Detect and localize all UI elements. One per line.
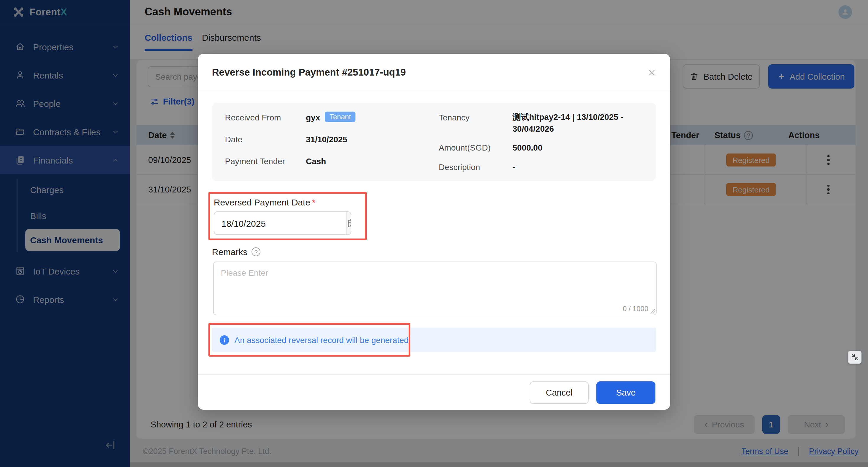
info-banner-text: An associated reversal record will be ge…: [235, 335, 411, 344]
summary-row-tenancy: Tenancy 测试hitpay2-14 | 13/10/2025 - 30/0…: [439, 111, 645, 135]
summary-row-received-from: Received From gyxTenant: [225, 111, 420, 124]
save-button[interactable]: Save: [596, 381, 655, 404]
reversed-payment-date-input[interactable]: [214, 212, 346, 235]
payment-summary-panel: Received From gyxTenant Date 31/10/2025 …: [212, 103, 656, 181]
payment-date-value: 31/10/2025: [306, 133, 347, 146]
received-from-value: gyxTenant: [306, 111, 355, 124]
field-label: Tenancy: [439, 111, 513, 124]
remarks-label: Remarks: [212, 247, 247, 257]
reversed-payment-date-label: Reversed Payment Date*: [214, 197, 316, 207]
tenant-tag: Tenant: [325, 112, 355, 122]
field-label: Description: [439, 161, 513, 174]
calendar-icon: [347, 218, 351, 228]
remarks-help-icon[interactable]: ?: [252, 247, 260, 256]
field-label: Amount(SGD): [439, 141, 513, 154]
remarks-textarea[interactable]: [214, 262, 656, 315]
summary-row-amount: Amount(SGD) 5000.00: [439, 141, 645, 154]
compress-arrows-icon: [851, 354, 858, 361]
summary-row-date: Date 31/10/2025: [225, 133, 420, 146]
reversed-payment-date-field: [214, 211, 351, 235]
payment-tender-value: Cash: [306, 155, 326, 168]
modal-header: Reverse Incoming Payment #251017-uq19: [198, 54, 670, 90]
payer-name: gyx: [306, 113, 320, 122]
modal-title: Reverse Incoming Payment #251017-uq19: [212, 54, 406, 90]
app-window: ForentX Properties Rentals People: [0, 0, 868, 467]
required-asterisk: *: [312, 197, 316, 207]
field-label: Received From: [225, 111, 306, 124]
summary-row-payment-tender: Payment Tender Cash: [225, 155, 420, 168]
summary-row-description: Description -: [439, 161, 645, 174]
resize-handle-icon[interactable]: [650, 309, 655, 314]
amount-value: 5000.00: [513, 141, 542, 154]
field-label: Payment Tender: [225, 155, 306, 168]
reverse-payment-modal: Reverse Incoming Payment #251017-uq19 Re…: [198, 54, 670, 410]
field-label: Date: [225, 133, 306, 146]
remarks-field: 0 / 1000: [213, 261, 657, 315]
remarks-label-row: Remarks ?: [212, 247, 260, 257]
info-icon: i: [220, 335, 229, 344]
cancel-button[interactable]: Cancel: [530, 381, 589, 404]
description-value: -: [513, 161, 515, 174]
field-label: Reversed Payment Date: [214, 197, 310, 207]
modal-footer: Cancel Save: [198, 374, 670, 410]
info-banner: i An associated reversal record will be …: [212, 328, 656, 352]
floating-collapse-widget[interactable]: [848, 351, 862, 364]
calendar-picker-button[interactable]: [346, 212, 351, 235]
character-counter: 0 / 1000: [623, 305, 648, 313]
close-icon[interactable]: [645, 66, 658, 79]
tenancy-value: 测试hitpay2-14 | 13/10/2025 - 30/04/2026: [513, 111, 645, 135]
